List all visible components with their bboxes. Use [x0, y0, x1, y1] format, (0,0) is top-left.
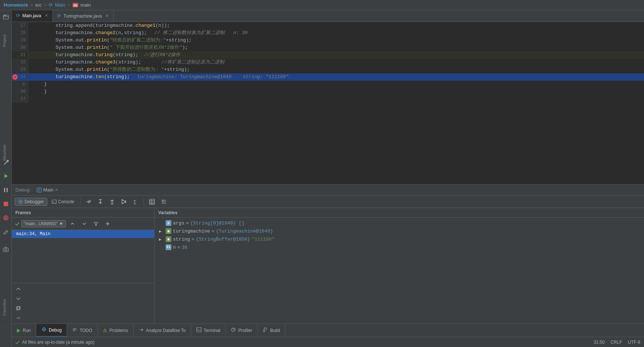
toolbar-btn-console[interactable]: Console	[49, 198, 77, 205]
frames-header: Frames	[12, 208, 154, 218]
sidebar-icon-target[interactable]	[1, 213, 11, 223]
line-content-27: string.append(turingmachine.change1(n));	[28, 22, 644, 29]
toolbar-btn-run-cursor[interactable]	[119, 197, 129, 206]
sidebar-icon-more[interactable]: ··	[1, 322, 11, 332]
status-position[interactable]: 31:50	[594, 340, 605, 345]
scroll-up-btn[interactable]	[13, 285, 23, 293]
breadcrumb-src[interactable]: src	[35, 2, 41, 8]
var-badge-args: p	[166, 220, 171, 226]
sidebar-icon-play[interactable]	[1, 171, 11, 181]
toolbar-btn-step-into[interactable]	[95, 197, 106, 206]
svg-rect-5	[4, 202, 8, 206]
breakpoint-34[interactable]	[12, 74, 18, 80]
frame-scroll-area: ∞	[12, 283, 154, 324]
copy-btn[interactable]	[13, 304, 23, 313]
debug-label: Debug:	[15, 187, 31, 193]
frames-header-label: Frames	[15, 210, 31, 215]
toolbar-btn-more-options[interactable]	[159, 197, 169, 206]
breadcrumb-main[interactable]: Main	[55, 2, 65, 8]
toolbar-btn-table[interactable]	[147, 197, 157, 206]
line-content-33: System.out.println("所得数的二进制数为: "+string)…	[28, 66, 644, 73]
problems-icon: ⚠	[103, 328, 107, 333]
svg-marker-2	[4, 174, 8, 178]
var-value-turingmachine: {Turingmachine@1049}	[216, 229, 273, 234]
bottom-tab-debug[interactable]: Debug	[36, 324, 67, 337]
var-item-string[interactable]: ▶ ▣ string = {StringBuffer@1050} "111100…	[155, 235, 644, 243]
line-gutter-36: 36	[12, 88, 28, 95]
build-label: Build	[270, 328, 280, 333]
code-line-32: 32 turingmachine.change3(string); //将扩展二…	[12, 59, 644, 66]
code-line-33: 33 System.out.println("所得数的二进制数为: "+stri…	[12, 66, 644, 73]
line-gutter-29: 29	[12, 37, 28, 44]
sidebar-icon-project[interactable]	[1, 12, 11, 22]
frame-filter-btn[interactable]	[91, 219, 101, 228]
svg-rect-55	[263, 330, 265, 332]
line-content-31: turingmachine.turing(string); //进行XN*2操作	[28, 51, 644, 59]
bottom-tab-analyze[interactable]: Analyze Dataflow To	[134, 324, 192, 337]
var-value-args: {String[0]@1048} []	[190, 220, 244, 226]
var-item-turingmachine[interactable]: ▶ ▣ turingmachine = {Turingmachine@1049}	[155, 227, 644, 235]
var-item-n[interactable]: 01 n = 30	[155, 243, 644, 251]
debug-session-close[interactable]: ✕	[55, 188, 58, 192]
frame-up-btn[interactable]	[67, 219, 78, 228]
sidebar-label-favorites[interactable]: Favorites	[0, 297, 9, 318]
sidebar-icon-pause[interactable]	[1, 185, 11, 195]
frame-item-main[interactable]: main:34, Main	[12, 230, 154, 238]
sidebar-label-project[interactable]: Project	[0, 32, 9, 49]
status-encoding[interactable]: UTF-8	[628, 340, 640, 345]
toolbar-btn-step-over[interactable]	[84, 197, 94, 206]
var-expand-string[interactable]: ▶	[159, 237, 164, 242]
debug-tab-icon	[37, 187, 42, 193]
bottom-tab-problems[interactable]: ⚠ Problems	[98, 324, 134, 337]
sidebar-label-structure[interactable]: Structure	[0, 142, 9, 163]
line-content-32: turingmachine.change3(string); //将扩展二进制还…	[28, 59, 644, 66]
var-item-args[interactable]: p args = {String[0]@1048} []	[155, 219, 644, 227]
tab-label-turingmachine-java: Turingmachine.java	[63, 14, 101, 19]
scroll-down-btn[interactable]	[13, 294, 23, 303]
svg-rect-40	[17, 306, 20, 309]
bottom-tab-run[interactable]: ▶ Run	[12, 324, 36, 337]
toolbar-sep-2	[144, 198, 144, 205]
var-expand-turingmachine[interactable]: ▶	[159, 229, 164, 234]
line-content-34: turingmachine.ten(string); turingmachine…	[28, 73, 644, 81]
todo-label: TODO	[79, 328, 92, 333]
main-area: ·· Project Structure Favorites ⟳ Main.ja…	[0, 10, 644, 347]
breadcrumb-method[interactable]: main	[81, 2, 91, 8]
frame-down-btn[interactable]	[79, 219, 89, 228]
sidebar-icon-stop[interactable]	[1, 199, 11, 209]
code-editor[interactable]: 27 string.append(turingmachine.change1(n…	[12, 22, 644, 184]
frames-list: main:34, Main	[12, 230, 154, 283]
bottom-tab-todo[interactable]: TODO	[67, 324, 97, 337]
view-btn[interactable]: ∞	[13, 313, 23, 322]
tab-close-main-java[interactable]: ✕	[45, 13, 48, 18]
code-line-37: 37	[12, 95, 644, 103]
toolbar-btn-step-out[interactable]	[107, 197, 117, 206]
sidebar-icon-camera[interactable]	[1, 244, 11, 255]
status-line-ending[interactable]: CRLF	[611, 340, 622, 345]
tab-close-turingmachine-java[interactable]: ✕	[106, 14, 109, 18]
tab-turingmachine-java[interactable]: ⟳ Turingmachine.java ✕	[53, 10, 113, 22]
breadcrumb-project[interactable]: Homework	[4, 2, 28, 8]
tabs-bar: ⟳ Main.java ✕ ⟳ Turingmachine.java ✕	[12, 10, 644, 22]
bottom-tab-profiler[interactable]: Profiler	[226, 324, 258, 337]
toolbar-btn-evaluate[interactable]: ∑	[130, 197, 141, 206]
tab-main-java[interactable]: ⟳ Main.java ✕	[12, 10, 53, 22]
breadcrumb-method-icon: m	[73, 3, 78, 7]
toolbar-btn-debugger[interactable]: Debugger	[15, 198, 47, 206]
bottom-tab-terminal[interactable]: Terminal	[191, 324, 226, 337]
svg-rect-4	[7, 188, 8, 192]
line-gutter-37: 37	[12, 95, 28, 103]
line-content-30: System.out.println(" 下面开始进行图灵机XN*2操作");	[28, 44, 644, 51]
frames-panel: Frames "main...UNNING" ▼	[12, 208, 155, 324]
debug-tab-main[interactable]: Main ✕	[34, 186, 61, 193]
line-gutter-32: 32	[12, 59, 28, 66]
debug-header: Debug: Main ✕	[12, 185, 644, 196]
line-content-28: turingmachine.change2(n,string); // 将二进制…	[28, 29, 644, 37]
status-check-icon	[15, 340, 20, 344]
debug-content: Frames "main...UNNING" ▼	[12, 208, 644, 324]
bottom-tab-build[interactable]: Build	[258, 324, 285, 337]
frame-add-btn[interactable]	[103, 219, 113, 228]
breadcrumb-sep2: >	[44, 2, 47, 8]
sidebar-icon-edit[interactable]	[1, 227, 11, 237]
thread-selector[interactable]: "main...UNNING" ▼	[21, 220, 66, 227]
